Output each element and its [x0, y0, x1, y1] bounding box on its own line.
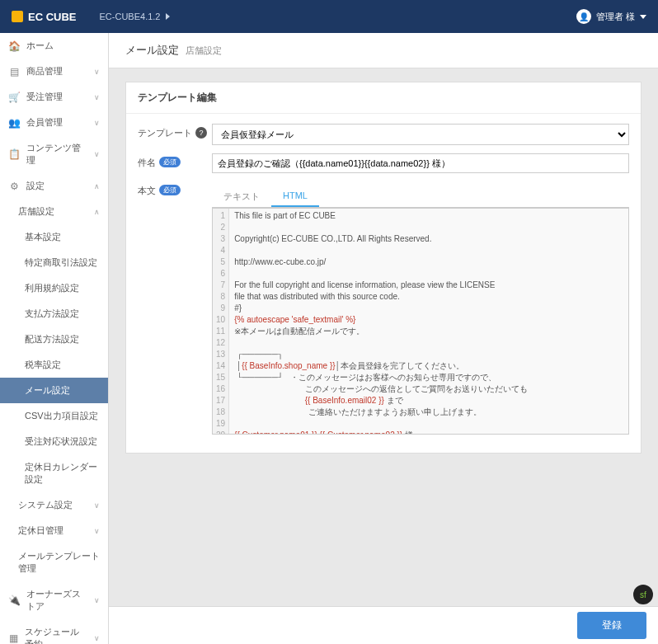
- sidebar-item[interactable]: 受注対応状況設定: [0, 429, 108, 454]
- sidebar-item[interactable]: 🔌オーナーズストア∨: [0, 581, 108, 619]
- page-title: メール設定 店舗設定: [109, 33, 658, 68]
- expand-icon: ∧: [94, 208, 100, 216]
- subject-input[interactable]: [212, 153, 629, 173]
- avatar-icon: 👤: [576, 9, 591, 24]
- sidebar-item-label: 商品管理: [26, 65, 63, 78]
- expand-icon: ∨: [94, 93, 100, 101]
- sidebar-item-label: CSV出力項目設定: [25, 410, 98, 422]
- sidebar-item-label: オーナーズストア: [26, 588, 87, 613]
- expand-icon: ∨: [94, 501, 100, 510]
- menu-icon: 📋: [8, 148, 20, 160]
- menu-icon: ⚙: [8, 181, 20, 192]
- sidebar-item[interactable]: ⚙設定∧: [0, 173, 108, 199]
- expand-icon: ∨: [94, 527, 100, 535]
- sidebar-item-label: メール設定: [25, 384, 70, 397]
- sidebar-item[interactable]: メール設定: [0, 378, 108, 403]
- sidebar-item-label: ホーム: [26, 40, 54, 52]
- sidebar-item[interactable]: ▦スケジュール予約∨: [0, 619, 108, 644]
- sidebar-item-label: 定休日管理: [18, 524, 63, 537]
- expand-icon: ∨: [94, 68, 100, 76]
- sidebar-item-label: 会員管理: [26, 116, 63, 129]
- expand-icon: ∨: [94, 150, 100, 158]
- card-header: テンプレート編集: [126, 82, 641, 114]
- sidebar-item-label: 設定: [26, 180, 45, 192]
- sidebar-item[interactable]: 定休日カレンダー設定: [0, 454, 108, 492]
- sidebar-item[interactable]: CSV出力項目設定: [0, 403, 108, 429]
- tab-html[interactable]: HTML: [271, 186, 319, 207]
- expand-icon: ∧: [94, 182, 100, 190]
- sidebar-item[interactable]: 定休日管理∨: [0, 518, 108, 543]
- sidebar-item[interactable]: システム設定∨: [0, 492, 108, 518]
- required-badge: 必須: [159, 157, 181, 167]
- sidebar-item-label: メールテンプレート管理: [18, 550, 100, 575]
- sidebar-item[interactable]: 支払方法設定: [0, 301, 108, 327]
- user-name: 管理者 様: [596, 11, 635, 23]
- sidebar-item[interactable]: 配送方法設定: [0, 327, 108, 352]
- sidebar-item-label: 支払方法設定: [25, 308, 79, 320]
- save-button[interactable]: 登録: [577, 612, 646, 639]
- sidebar-item-label: スケジュール予約: [25, 626, 87, 644]
- template-label: テンプレート ?: [138, 124, 212, 145]
- sidebar-item[interactable]: 📋コンテンツ管理∨: [0, 135, 108, 173]
- sidebar-item-label: 受注対応状況設定: [25, 435, 97, 448]
- menu-icon: 🏠: [8, 40, 20, 52]
- chevron-down-icon: [640, 15, 646, 19]
- tab-text[interactable]: テキスト: [212, 186, 271, 207]
- sidebar-item-label: 特定商取引法設定: [25, 256, 97, 269]
- sidebar-item[interactable]: 🏠ホーム: [0, 33, 108, 59]
- sidebar-item-label: 利用規約設定: [25, 282, 79, 294]
- sidebar-item[interactable]: ▤商品管理∨: [0, 59, 108, 84]
- menu-icon: 👥: [8, 117, 20, 129]
- sidebar-item-label: 受注管理: [26, 91, 63, 103]
- code-editor[interactable]: 1 2 3 4 5 6 7 8 9 10 11 12 13 14 15 16 1…: [212, 208, 629, 435]
- sidebar-item-label: コンテンツ管理: [26, 142, 87, 167]
- user-menu[interactable]: 👤 管理者 様: [576, 9, 646, 24]
- subject-label: 件名 必須: [138, 153, 212, 173]
- brand-logo: EC CUBE: [12, 11, 77, 23]
- sidebar-item-label: 基本設定: [25, 231, 61, 243]
- sidebar-item[interactable]: 利用規約設定: [0, 275, 108, 301]
- required-badge: 必須: [159, 185, 181, 195]
- symfony-icon[interactable]: sf: [633, 585, 653, 604]
- menu-icon: 🛒: [8, 92, 20, 103]
- expand-icon: ∨: [94, 634, 100, 642]
- sidebar-item-label: 店舗設定: [18, 205, 54, 218]
- menu-icon: ▦: [8, 632, 18, 644]
- sidebar-item[interactable]: 店舗設定∧: [0, 199, 108, 224]
- sidebar-item[interactable]: 🛒受注管理∨: [0, 84, 108, 110]
- help-icon[interactable]: ?: [195, 127, 207, 139]
- expand-icon: ∨: [94, 596, 100, 604]
- body-label: 本文 必須: [138, 181, 212, 435]
- brand-text: EC CUBE: [28, 11, 77, 23]
- chevron-right-icon: [166, 13, 170, 20]
- sidebar-item[interactable]: 👥会員管理∨: [0, 110, 108, 135]
- menu-icon: 🔌: [8, 595, 20, 606]
- template-select[interactable]: 会員仮登録メール: [212, 124, 629, 145]
- sidebar-item-label: システム設定: [18, 499, 73, 511]
- sidebar-item-label: 定休日カレンダー設定: [25, 461, 100, 486]
- sidebar-item[interactable]: メールテンプレート管理: [0, 543, 108, 581]
- sidebar-item[interactable]: 基本設定: [0, 224, 108, 250]
- menu-icon: ▤: [8, 66, 20, 78]
- sidebar-item-label: 配送方法設定: [25, 333, 79, 346]
- expand-icon: ∨: [94, 119, 100, 127]
- sidebar-item[interactable]: 税率設定: [0, 352, 108, 378]
- version-link[interactable]: EC-CUBE4.1.2: [100, 12, 170, 21]
- sidebar-item[interactable]: 特定商取引法設定: [0, 250, 108, 275]
- sidebar: 🏠ホーム▤商品管理∨🛒受注管理∨👥会員管理∨📋コンテンツ管理∨⚙設定∧店舗設定∧…: [0, 33, 109, 644]
- sidebar-item-label: 税率設定: [25, 359, 61, 371]
- cube-icon: [12, 11, 23, 22]
